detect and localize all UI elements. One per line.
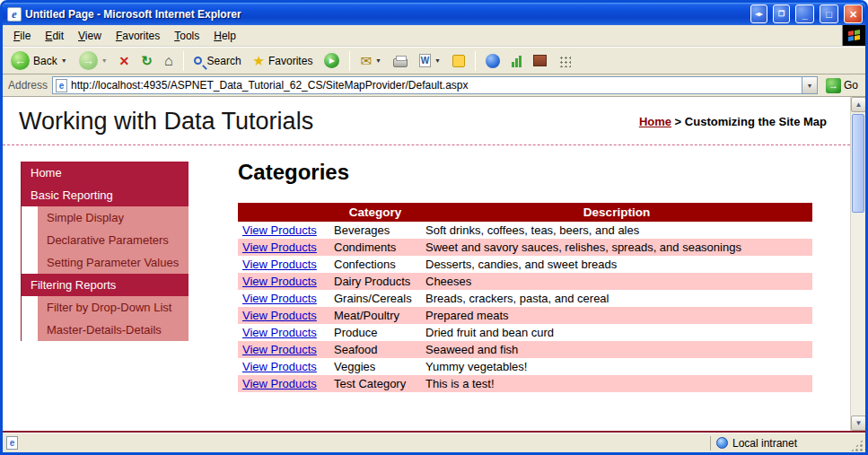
view-products-link[interactable]: View Products bbox=[242, 309, 317, 322]
back-button[interactable]: ← Back ▼ bbox=[6, 49, 72, 72]
view-products-cell: View Products bbox=[238, 341, 329, 358]
vertical-scrollbar[interactable]: ▲ ▼ bbox=[850, 97, 865, 431]
sidebar-item-declarative-parameters[interactable]: Declarative Parameters bbox=[38, 229, 189, 251]
search-button[interactable]: Search bbox=[189, 53, 246, 69]
favorites-button[interactable]: ★ Favorites bbox=[249, 51, 318, 71]
title-bar[interactable]: e Untitled Page - Microsoft Internet Exp… bbox=[3, 3, 865, 25]
address-url[interactable]: http://localhost:4935/ASPNET_Data_Tutori… bbox=[71, 79, 798, 92]
view-products-link[interactable]: View Products bbox=[242, 377, 317, 390]
forward-dropdown-icon: ▼ bbox=[101, 57, 108, 64]
home-icon: ⌂ bbox=[164, 53, 173, 69]
sidebar-item-filtering-reports[interactable]: Filtering Reports bbox=[22, 274, 189, 296]
breadcrumb: Home > Customizing the Site Map bbox=[639, 115, 827, 128]
sidebar-item-setting-parameter-values[interactable]: Setting Parameter Values bbox=[38, 251, 189, 274]
home-button[interactable]: ⌂ bbox=[160, 51, 178, 71]
address-input[interactable]: e http://localhost:4935/ASPNET_Data_Tuto… bbox=[52, 76, 818, 94]
description-cell: Desserts, candies, and sweet breads bbox=[421, 256, 812, 273]
breadcrumb-home-link[interactable]: Home bbox=[639, 115, 671, 128]
view-products-cell: View Products bbox=[238, 239, 329, 256]
category-cell: Seafood bbox=[329, 341, 421, 358]
window-title: Untitled Page - Microsoft Internet Explo… bbox=[25, 8, 745, 21]
media-icon: ▶ bbox=[324, 53, 339, 68]
view-products-cell: View Products bbox=[238, 375, 329, 392]
mail-button[interactable]: ✉ ▼ bbox=[355, 51, 386, 71]
category-cell: Veggies bbox=[329, 358, 421, 375]
forward-button[interactable]: → ▼ bbox=[75, 49, 112, 72]
messenger-button[interactable] bbox=[481, 52, 504, 70]
column-header: Description bbox=[421, 203, 812, 222]
category-row: View ProductsBeveragesSoft drinks, coffe… bbox=[238, 222, 812, 239]
favorites-star-icon: ★ bbox=[253, 53, 265, 69]
status-bar: e Local intranet bbox=[3, 433, 865, 452]
menu-item-file[interactable]: File bbox=[6, 27, 38, 45]
page-header: Working with Data Tutorials Home > Custo… bbox=[3, 97, 850, 145]
category-cell: Test Category bbox=[329, 375, 421, 392]
category-cell: Meat/Poultry bbox=[329, 307, 421, 324]
sidebar-item-basic-reporting[interactable]: Basic Reporting bbox=[22, 184, 189, 206]
favorites-label: Favorites bbox=[268, 55, 312, 67]
category-row: View ProductsTest CategoryThis is a test… bbox=[238, 375, 812, 392]
forward-icon: → bbox=[79, 51, 98, 70]
scroll-down-button[interactable]: ▼ bbox=[851, 416, 865, 431]
view-products-link[interactable]: View Products bbox=[242, 292, 317, 305]
title-extra-arrows-button[interactable]: ◂▸ bbox=[750, 4, 767, 23]
word-icon: W bbox=[419, 54, 431, 67]
column-header: Category bbox=[329, 203, 421, 222]
column-header bbox=[238, 203, 329, 222]
go-button[interactable]: → Go bbox=[822, 77, 862, 94]
refresh-button[interactable]: ↻ bbox=[136, 51, 157, 71]
menu-item-favorites[interactable]: Favorites bbox=[109, 27, 167, 45]
description-cell: This is a test! bbox=[421, 375, 812, 392]
menu-item-help[interactable]: Help bbox=[206, 27, 243, 45]
back-icon: ← bbox=[11, 51, 30, 70]
view-products-cell: View Products bbox=[238, 222, 329, 239]
view-products-link[interactable]: View Products bbox=[242, 326, 317, 339]
scrollbar-thumb[interactable] bbox=[852, 114, 864, 213]
windows-logo-icon bbox=[842, 25, 865, 46]
view-products-cell: View Products bbox=[238, 256, 329, 273]
stop-button[interactable]: ✕ bbox=[115, 52, 135, 70]
intranet-globe-icon bbox=[716, 437, 728, 449]
address-bar: Address e http://localhost:4935/ASPNET_D… bbox=[3, 74, 865, 97]
sidebar-item-simple-display[interactable]: Simple Display bbox=[38, 206, 189, 229]
notes-button[interactable] bbox=[448, 53, 469, 69]
menu-item-tools[interactable]: Tools bbox=[167, 27, 206, 45]
scroll-up-button[interactable]: ▲ bbox=[851, 97, 865, 112]
sidebar-item-home[interactable]: Home bbox=[22, 162, 189, 184]
site-title: Working with Data Tutorials bbox=[19, 108, 313, 136]
scrollbar-track[interactable] bbox=[851, 112, 865, 416]
standard-toolbar: ← Back ▼ → ▼ ✕ ↻ ⌂ Search ★ Favorites ▶ … bbox=[3, 47, 865, 74]
view-products-link[interactable]: View Products bbox=[242, 360, 317, 373]
print-button[interactable] bbox=[389, 53, 412, 69]
chart-icon bbox=[512, 55, 522, 67]
menu-item-edit[interactable]: Edit bbox=[38, 27, 71, 45]
title-extra-window-button[interactable]: ❐ bbox=[773, 4, 790, 23]
category-row: View ProductsDairy ProductsCheeses bbox=[238, 273, 812, 290]
resize-grip-icon[interactable] bbox=[850, 439, 864, 452]
category-cell: Dairy Products bbox=[329, 273, 421, 290]
view-products-cell: View Products bbox=[238, 307, 329, 324]
browser-window: e Untitled Page - Microsoft Internet Exp… bbox=[0, 0, 868, 455]
view-products-link[interactable]: View Products bbox=[242, 258, 317, 271]
menu-items: FileEditViewFavoritesToolsHelp bbox=[3, 25, 842, 46]
category-cell: Beverages bbox=[329, 222, 421, 239]
tiles-button[interactable] bbox=[554, 53, 575, 69]
view-products-link[interactable]: View Products bbox=[242, 343, 317, 356]
view-products-link[interactable]: View Products bbox=[242, 275, 317, 288]
chart-tool-button[interactable] bbox=[507, 53, 526, 69]
sidebar-item-master-details-details[interactable]: Master-Details-Details bbox=[38, 319, 189, 341]
close-button[interactable]: ✕ bbox=[844, 4, 863, 23]
minimize-button[interactable]: _ bbox=[795, 4, 814, 23]
view-products-link[interactable]: View Products bbox=[242, 241, 317, 254]
media-button[interactable]: ▶ bbox=[320, 51, 344, 70]
sidebar-item-filter-by-drop-down-list[interactable]: Filter by Drop-Down List bbox=[38, 296, 189, 319]
edit-with-word-button[interactable]: W ▼ bbox=[415, 52, 445, 69]
status-page-icon: e bbox=[6, 436, 18, 450]
security-zone: Local intranet bbox=[710, 436, 845, 451]
go-arrow-icon: → bbox=[826, 78, 841, 93]
menu-item-view[interactable]: View bbox=[71, 27, 109, 45]
view-products-link[interactable]: View Products bbox=[242, 223, 317, 237]
address-dropdown-button[interactable]: ▼ bbox=[802, 77, 817, 93]
history-button[interactable] bbox=[529, 53, 551, 68]
maximize-button[interactable]: □ bbox=[820, 4, 838, 23]
